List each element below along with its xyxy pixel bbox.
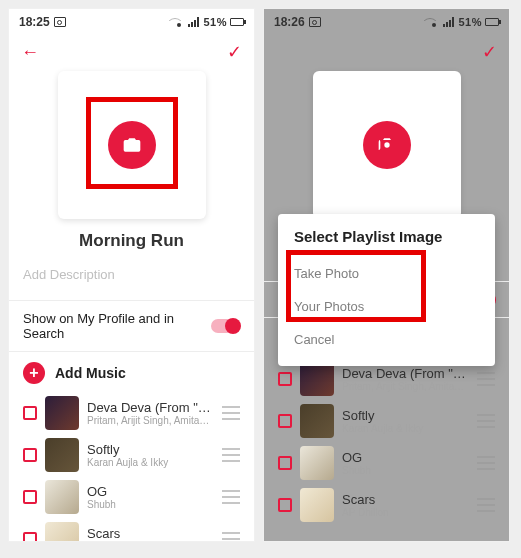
checkbox[interactable]	[278, 372, 292, 386]
song-title: Softly	[87, 442, 214, 457]
wifi-icon	[173, 17, 185, 27]
album-art	[300, 446, 334, 480]
status-time: 18:26	[274, 15, 305, 29]
album-art	[45, 396, 79, 430]
battery-icon	[485, 18, 499, 26]
profile-toggle-label: Show on My Profile and in Search	[23, 311, 211, 341]
song-subtitle: AP Dhillon	[342, 507, 469, 518]
song-subtitle: Shubh	[342, 465, 469, 476]
add-music-header: + Add Music	[9, 352, 254, 392]
list-item[interactable]: ScarsAP Dhillon	[23, 518, 240, 542]
camera-button[interactable]	[108, 121, 156, 169]
battery-text: 51%	[458, 16, 482, 28]
back-arrow-icon[interactable]: ←	[21, 42, 39, 63]
status-time: 18:25	[19, 15, 50, 29]
song-title: Scars	[87, 526, 214, 541]
picture-icon	[309, 17, 321, 27]
checkbox[interactable]	[23, 406, 37, 420]
album-art	[45, 522, 79, 542]
add-music-label: Add Music	[55, 365, 126, 381]
top-bar: ← ✓	[9, 35, 254, 69]
song-subtitle: AP Dhillon	[87, 541, 214, 542]
drag-handle-icon[interactable]	[477, 456, 495, 470]
camera-icon	[122, 135, 142, 155]
status-bar: 18:26 51%	[264, 9, 509, 35]
drag-handle-icon[interactable]	[222, 490, 240, 504]
drag-handle-icon[interactable]	[477, 372, 495, 386]
profile-toggle-row: Show on My Profile and in Search	[9, 301, 254, 351]
checkbox[interactable]	[23, 448, 37, 462]
drag-handle-icon[interactable]	[222, 448, 240, 462]
battery-text: 51%	[203, 16, 227, 28]
album-art	[45, 438, 79, 472]
camera-icon	[377, 135, 397, 155]
song-title: Deva Deva (From "Brah...	[342, 366, 469, 381]
song-title: Scars	[342, 492, 469, 507]
song-subtitle: Pritam, Arijit Singh, Amitabh Bha...	[342, 381, 469, 392]
picture-icon	[54, 17, 66, 27]
song-subtitle: Shubh	[87, 499, 214, 510]
list-item[interactable]: SoftlyKaran Aujla & Ikky	[23, 434, 240, 476]
song-title: Deva Deva (From "Brah...	[87, 400, 214, 415]
playlist-image-card[interactable]	[58, 71, 206, 219]
drag-handle-icon[interactable]	[477, 498, 495, 512]
album-art	[300, 362, 334, 396]
phone-left: 18:25 51% ← ✓ Morning Run Add Descriptio…	[8, 8, 255, 542]
list-item[interactable]: SoftlyKaran Aujla & Ikky	[278, 400, 495, 442]
signal-icon	[443, 17, 455, 27]
checkbox[interactable]	[278, 456, 292, 470]
option-your-photos[interactable]: Your Photos	[294, 290, 479, 323]
list-item[interactable]: OGShubh	[278, 442, 495, 484]
battery-icon	[230, 18, 244, 26]
drag-handle-icon[interactable]	[222, 406, 240, 420]
option-cancel[interactable]: Cancel	[294, 323, 479, 356]
song-subtitle: Pritam, Arijit Singh, Amitabh Bha...	[87, 415, 214, 426]
album-art	[45, 480, 79, 514]
dialog-title: Select Playlist Image	[294, 228, 479, 245]
song-subtitle: Karan Aujla & Ikky	[87, 457, 214, 468]
song-title: OG	[342, 450, 469, 465]
album-art	[300, 488, 334, 522]
camera-button[interactable]	[363, 121, 411, 169]
phone-right: 18:26 51% ✓	[263, 8, 510, 542]
option-take-photo[interactable]: Take Photo	[294, 257, 479, 290]
drag-handle-icon[interactable]	[477, 414, 495, 428]
song-subtitle: Karan Aujla & Ikky	[342, 423, 469, 434]
song-list: Deva Deva (From "Brah...Pritam, Arijit S…	[264, 358, 509, 526]
plus-icon[interactable]: +	[23, 362, 45, 384]
drag-handle-icon[interactable]	[222, 532, 240, 542]
add-description[interactable]: Add Description	[9, 267, 254, 282]
song-title: OG	[87, 484, 214, 499]
profile-toggle[interactable]	[211, 319, 240, 333]
list-item[interactable]: Deva Deva (From "Brah...Pritam, Arijit S…	[23, 392, 240, 434]
select-image-dialog: Select Playlist Image Take Photo Your Ph…	[278, 214, 495, 366]
checkbox[interactable]	[23, 532, 37, 542]
checkbox[interactable]	[278, 498, 292, 512]
song-title: Softly	[342, 408, 469, 423]
playlist-image-card[interactable]	[313, 71, 461, 219]
status-bar: 18:25 51%	[9, 9, 254, 35]
signal-icon	[188, 17, 200, 27]
list-item[interactable]: ScarsAP Dhillon	[278, 484, 495, 526]
song-list: Deva Deva (From "Brah...Pritam, Arijit S…	[9, 392, 254, 542]
wifi-icon	[428, 17, 440, 27]
album-art	[300, 404, 334, 438]
checkbox[interactable]	[23, 490, 37, 504]
list-item[interactable]: OGShubh	[23, 476, 240, 518]
confirm-check-icon[interactable]: ✓	[482, 41, 497, 63]
checkbox[interactable]	[278, 414, 292, 428]
top-bar: ✓	[264, 35, 509, 69]
playlist-title[interactable]: Morning Run	[9, 231, 254, 251]
confirm-check-icon[interactable]: ✓	[227, 41, 242, 63]
